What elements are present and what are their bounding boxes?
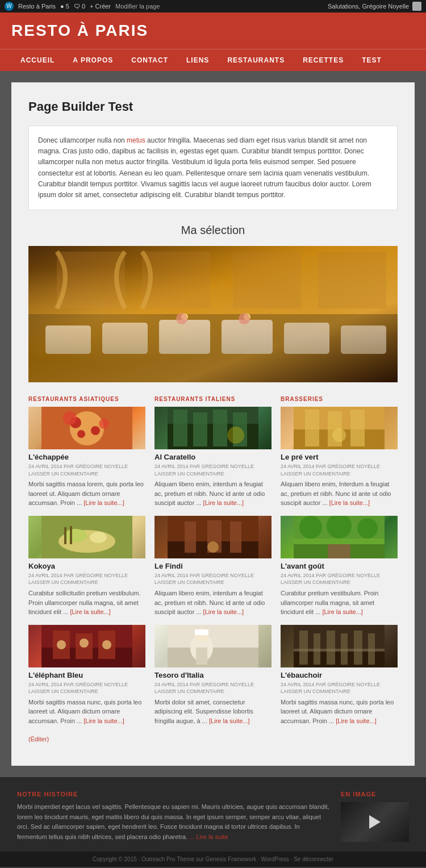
svg-rect-60 xyxy=(350,410,365,446)
svg-rect-40 xyxy=(193,412,207,446)
read-more-link[interactable]: [Lire la suite...] xyxy=(83,499,124,506)
post-author: PAR GRÉGOIRE NOYELLE xyxy=(64,573,128,578)
footer-left: NOTRE HISTOIRE Morbi imperdiet eget lacu… xyxy=(17,791,329,842)
post-image-asian xyxy=(28,516,145,558)
post-meta: 24 AVRIL 2014 PAR GRÉGOIRE NOYELLE LAISS… xyxy=(281,681,398,695)
footer-right: EN IMAGE xyxy=(341,791,409,842)
svg-rect-46 xyxy=(185,521,196,553)
post-author: PAR GRÉGOIRE NOYELLE xyxy=(316,464,380,469)
footer-video-thumb[interactable] xyxy=(341,802,409,842)
post-thumb[interactable] xyxy=(281,625,398,667)
post-image-bright xyxy=(281,407,398,449)
admin-bar-right: Salutations, Grégoire Noyelle xyxy=(328,2,421,11)
post-name[interactable]: Tesoro d'Italia xyxy=(154,671,272,679)
post-name[interactable]: Le pré vert xyxy=(281,453,398,461)
post-comment-link[interactable]: LAISSER UN COMMENTAIRE xyxy=(281,688,350,694)
post-date: 24 AVRIL 2014 xyxy=(28,682,62,687)
footer-bar: Copyright © 2015 · Outreach Pro Theme su… xyxy=(0,852,426,867)
post-meta: 24 AVRIL 2014 PAR GRÉGOIRE NOYELLE LAISS… xyxy=(28,681,145,695)
post-thumb[interactable] xyxy=(154,407,272,449)
post-name[interactable]: Le Findi xyxy=(154,562,272,570)
post-name[interactable]: L'échappée xyxy=(28,453,145,461)
post-thumb[interactable] xyxy=(28,516,145,558)
post-excerpt: Morbi dolor sit amet, consectetur adipis… xyxy=(154,698,272,726)
post-comment-link[interactable]: LAISSER UN COMMENTAIRE xyxy=(154,579,224,585)
wp-icon: W xyxy=(5,2,14,11)
post-image-pizza xyxy=(28,407,145,449)
post-comment-link[interactable]: LAISSER UN COMMENTAIRE xyxy=(28,471,98,477)
nav-item-liens[interactable]: LIENS xyxy=(177,49,218,71)
nav-item-restaurants[interactable]: RESTAURANTS xyxy=(218,49,294,71)
nav-item-test[interactable]: TEST xyxy=(353,49,391,71)
post-comment-link[interactable]: LAISSER UN COMMENTAIRE xyxy=(28,688,98,694)
admin-bar: W Resto à Paris ● 5 🗨 0 + Créer Modifier… xyxy=(0,0,426,12)
svg-rect-41 xyxy=(213,410,227,446)
highlight-link[interactable]: metus xyxy=(127,136,145,144)
post-item: L'échappée 24 AVRIL 2014 PAR GRÉGOIRE NO… xyxy=(28,407,145,508)
admin-create[interactable]: + Créer xyxy=(90,3,111,10)
posts-grid: RESTAURANTS ASIATIQUES xyxy=(28,396,398,743)
post-excerpt: Morbi sagittis massa nunc, quis porta le… xyxy=(281,698,398,726)
nav-item-accueil[interactable]: ACCUEIL xyxy=(11,49,64,71)
post-thumb[interactable] xyxy=(281,516,398,558)
svg-rect-55 xyxy=(195,629,208,635)
nav-item-contact[interactable]: CONTACT xyxy=(122,49,177,71)
nav-item-recettes[interactable]: RECETTES xyxy=(294,49,353,71)
read-more-link[interactable]: [Lire la suite...] xyxy=(209,717,250,724)
post-excerpt: Morbi sagittis massa nunc, quis porta le… xyxy=(28,698,145,726)
play-icon xyxy=(369,815,381,829)
admin-edit-page[interactable]: Modifier la page xyxy=(115,3,160,10)
svg-rect-73 xyxy=(327,631,335,665)
post-comment-link[interactable]: LAISSER UN COMMENTAIRE xyxy=(281,471,350,477)
post-image-red xyxy=(28,625,145,667)
read-more-link[interactable]: [Lire la suite...] xyxy=(329,499,370,506)
edit-link[interactable]: (Éditer) xyxy=(28,736,49,742)
post-excerpt: Aliquam libero enim, Interdum a feugiat … xyxy=(281,479,398,508)
post-name[interactable]: Kokoya xyxy=(28,562,145,570)
post-thumb[interactable] xyxy=(154,625,272,667)
svg-rect-71 xyxy=(299,631,308,665)
read-more-link[interactable]: [Lire la sulte...] xyxy=(70,608,111,615)
post-name[interactable]: L'éléphant Bleu xyxy=(28,671,145,679)
content-area: Page Builder Test Donec ullamcorper null… xyxy=(11,82,415,766)
post-comment-link[interactable]: LAISSER UN COMMENTAIRE xyxy=(154,471,224,477)
post-image-bar xyxy=(281,625,398,667)
admin-site-name[interactable]: Resto à Paris xyxy=(18,3,56,10)
read-more-link[interactable]: [Lire la suite...] xyxy=(83,717,124,724)
read-more-link[interactable]: [Lire la suite...] xyxy=(203,499,244,506)
post-meta: 24 AVRIL 2014 PAR GRÉGOIRE NOYELLE LAISS… xyxy=(154,681,272,695)
post-name[interactable]: L'ébauchoir xyxy=(281,671,398,679)
footer-copyright: Copyright © 2015 · Outreach Pro Theme su… xyxy=(93,856,333,862)
post-date: 24 AVRIL 2014 xyxy=(281,464,315,469)
nav-item-apropos[interactable]: A PROPOS xyxy=(64,49,122,71)
post-item: L'avant goût 24 AVRIL 2014 PAR GRÉGOIRE … xyxy=(281,516,398,617)
svg-rect-27 xyxy=(64,527,66,544)
post-name[interactable]: L'avant goût xyxy=(281,562,398,570)
read-more-link[interactable]: [Lire la suite...] xyxy=(336,717,377,724)
post-excerpt: Curabitur pretium vestibulum. Proin ulla… xyxy=(281,589,398,617)
svg-point-26 xyxy=(90,532,107,543)
post-comment-link[interactable]: LAISSER UN COMMENTAIRE xyxy=(281,579,350,585)
col-heading-asiatiques: RESTAURANTS ASIATIQUES xyxy=(28,396,145,402)
post-excerpt: Morbi sagittis massa lorem, quis porta l… xyxy=(28,479,145,508)
post-thumb[interactable] xyxy=(28,407,145,449)
post-thumb[interactable] xyxy=(281,407,398,449)
svg-point-36 xyxy=(102,640,111,649)
site-title[interactable]: RESTO À PARIS xyxy=(11,22,415,40)
post-thumb[interactable] xyxy=(28,625,145,667)
col-heading-brasseries: BRASSERIES xyxy=(281,396,398,402)
footer-read-more[interactable]: ... Lire la suite xyxy=(189,833,228,840)
text-after-highlight: auctor fringilla. Maecenas sed diam eget… xyxy=(38,136,371,199)
read-more-link[interactable]: [Lire la suite...] xyxy=(322,608,363,615)
post-comment-link[interactable]: LAISSER UN COMMENTAIRE xyxy=(28,579,98,585)
post-comment-link[interactable]: LAISSER UN COMMENTAIRE xyxy=(154,688,224,694)
post-item: Kokoya 24 AVRIL 2014 PAR GRÉGOIRE NOYELL… xyxy=(28,516,145,617)
post-name[interactable]: Al Caratello xyxy=(154,453,272,461)
svg-rect-77 xyxy=(294,649,385,652)
site-footer: NOTRE HISTOIRE Morbi imperdiet eget lacu… xyxy=(0,777,426,866)
svg-rect-48 xyxy=(230,521,241,553)
read-more-link[interactable]: [Lire la suite...] xyxy=(203,608,244,615)
post-thumb[interactable] xyxy=(154,516,272,558)
post-date: 24 AVRIL 2014 xyxy=(28,464,62,469)
post-item: Al Caratello 24 AVRIL 2014 PAR GRÉGOIRE … xyxy=(154,407,272,508)
